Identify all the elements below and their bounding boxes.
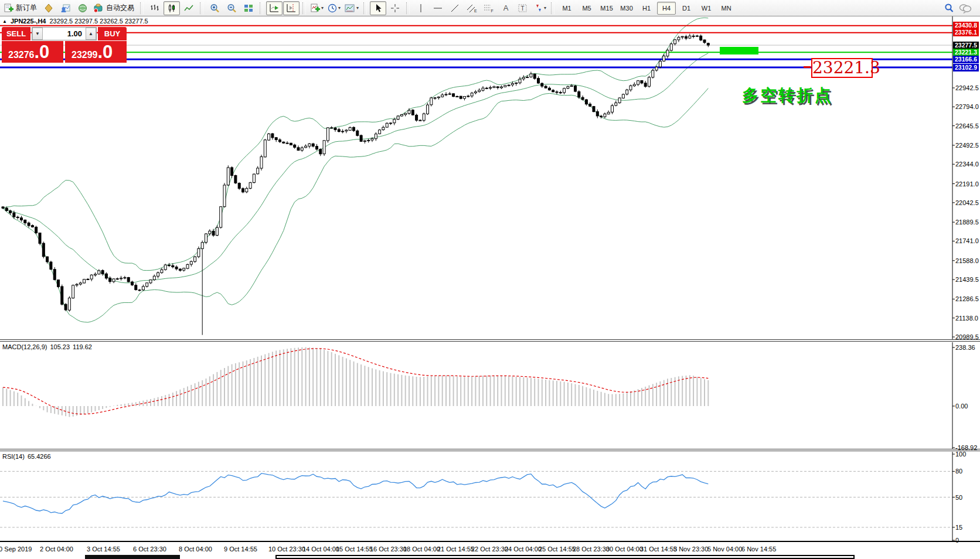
chart-ohlc-values: 23292.5 23297.5 23262.5 23277.5 — [49, 18, 148, 25]
chat-icon[interactable] — [959, 3, 972, 13]
candlestick-chart-icon — [167, 4, 176, 13]
rsi-tick-label: 80 — [955, 468, 962, 475]
bar-chart-button[interactable] — [147, 1, 163, 15]
buy-button[interactable]: BUY — [98, 27, 127, 40]
panel-separator[interactable] — [0, 451, 980, 451]
search-icon[interactable] — [944, 3, 954, 13]
one-click-trading-panel: SELL ▼ ▲ BUY 23276 .0 23299 .0 — [2, 27, 127, 63]
timeframe-m15[interactable]: M15 — [597, 2, 616, 15]
price-tick-label: 22344.0 — [955, 161, 979, 168]
indicators-button[interactable]: ▾ — [309, 1, 325, 15]
sell-button[interactable]: SELL — [2, 27, 30, 40]
timeframe-m30[interactable]: M30 — [617, 2, 636, 15]
crosshair-tool-button[interactable] — [387, 1, 403, 15]
date-axis-border — [0, 541, 980, 542]
horizontal-line-tool-button[interactable] — [430, 1, 446, 15]
auto-scroll-button[interactable] — [266, 1, 283, 15]
cursor-icon — [373, 4, 383, 13]
chart-shift-icon — [286, 4, 297, 13]
volume-input[interactable] — [43, 28, 86, 40]
profile-button[interactable] — [57, 1, 74, 15]
mt4-window: 新订单 自动交易 — [0, 0, 980, 559]
line-chart-button[interactable] — [181, 1, 197, 15]
text-tool-button[interactable]: A — [498, 1, 514, 15]
vertical-line-icon — [417, 4, 425, 13]
turning-point-note[interactable]: 多空转折点 — [742, 84, 833, 107]
panel-separator[interactable] — [0, 339, 980, 340]
macd-label-row: MACD(12,26,9) 105.23 119.62 — [2, 343, 92, 350]
price-tick-label: 22794.0 — [955, 103, 979, 110]
date-label: 9 Oct 14:55 — [224, 546, 257, 553]
collapse-icon[interactable]: ▲ — [2, 19, 7, 24]
sell-price-panel[interactable]: 23276 .0 — [2, 41, 63, 63]
chart-window-button[interactable] — [40, 1, 57, 15]
price-line-badge: 23376.1 — [953, 29, 979, 36]
sell-price-main: 23276 — [8, 46, 35, 64]
zoom-in-button[interactable] — [206, 1, 223, 15]
price-tick-label: 22645.5 — [955, 122, 979, 129]
price-tick-label: 21588.0 — [955, 257, 979, 264]
dropdown-caret: ▾ — [356, 6, 359, 11]
macd-tick-label: 238.36 — [955, 344, 975, 351]
date-label: 18 Oct 04:00 — [403, 546, 440, 553]
periods-button[interactable]: ▾ — [326, 1, 342, 15]
templates-button[interactable]: ▾ — [343, 1, 360, 15]
tile-windows-icon — [244, 4, 253, 13]
timeframe-d1[interactable]: D1 — [677, 2, 696, 15]
rsi-name: RSI(14) — [2, 453, 25, 460]
panel-separator[interactable] — [0, 449, 980, 449]
panel-separator[interactable] — [0, 341, 980, 342]
text-label-tool-button[interactable]: T — [515, 1, 531, 15]
timeframe-h4[interactable]: H4 — [657, 2, 676, 15]
green-highlight-rectangle[interactable] — [720, 47, 758, 54]
timeframe-mn[interactable]: MN — [717, 2, 736, 15]
arrows-tool-button[interactable]: ▾ — [532, 1, 548, 15]
channel-tool-button[interactable]: E — [464, 1, 480, 15]
timeframe-m5[interactable]: M5 — [577, 2, 596, 15]
price-tick-label: 22191.0 — [955, 180, 979, 188]
template-icon — [345, 4, 355, 13]
fibonacci-tool-button[interactable]: F — [481, 1, 497, 15]
timeframe-h1[interactable]: H1 — [637, 2, 656, 15]
equidistant-channel-icon: E — [467, 4, 477, 13]
svg-text:T: T — [521, 5, 525, 12]
timeframe-toolbar: M1M5M15M30H1H4D1W1MN — [557, 2, 736, 15]
current-price-badge: 23277.5 — [953, 42, 979, 49]
dropdown-caret: ▾ — [544, 6, 546, 11]
candlestick-chart-button[interactable] — [164, 1, 180, 15]
date-label: 30 Sep 2019 — [0, 546, 32, 553]
volume-increase-button[interactable]: ▲ — [86, 28, 96, 40]
price-line-badge: 23102.9 — [953, 64, 979, 71]
rsi-canvas[interactable] — [0, 16, 980, 559]
sell-price-pip: .0 — [35, 43, 50, 61]
volume-spinner: ▼ ▲ — [32, 27, 97, 40]
price-tick-label: 21439.5 — [955, 276, 979, 283]
autotrading-button[interactable]: 自动交易 — [91, 1, 137, 15]
date-label: 22 Oct 23:30 — [471, 546, 508, 553]
new-order-label: 新订单 — [15, 3, 38, 13]
trendline-tool-button[interactable] — [447, 1, 463, 15]
timeframe-m1[interactable]: M1 — [557, 2, 576, 15]
vertical-line-tool-button[interactable] — [413, 1, 429, 15]
timeframe-w1[interactable]: W1 — [697, 2, 716, 15]
indicators-icon — [311, 4, 320, 13]
new-order-button[interactable]: 新订单 — [2, 1, 40, 15]
cursor-tool-button[interactable] — [370, 1, 386, 15]
price-annotation-box[interactable]: 23221.3 — [811, 58, 873, 78]
navigator-button[interactable] — [74, 1, 91, 15]
chart-window[interactable]: ▲ JPN225-,H4 23292.5 23297.5 23262.5 232… — [0, 16, 980, 559]
price-tick-label: 22942.5 — [955, 84, 979, 91]
buy-price-panel[interactable]: 23299 .0 — [65, 41, 127, 63]
toolbar-grip — [551, 2, 554, 14]
buy-price-main: 23299 — [72, 46, 98, 64]
toolbar-grip — [406, 2, 410, 14]
text-label-icon: T — [518, 4, 528, 13]
date-label: 6 Oct 23:30 — [133, 546, 166, 553]
trendline-icon — [450, 4, 460, 13]
tile-windows-button[interactable] — [240, 1, 257, 15]
background-window-fragment — [275, 555, 855, 559]
zoom-out-button[interactable] — [223, 1, 240, 15]
volume-decrease-button[interactable]: ▼ — [32, 28, 43, 40]
date-label: 10 Oct 23:30 — [268, 546, 305, 553]
chart-shift-button[interactable] — [283, 1, 300, 15]
